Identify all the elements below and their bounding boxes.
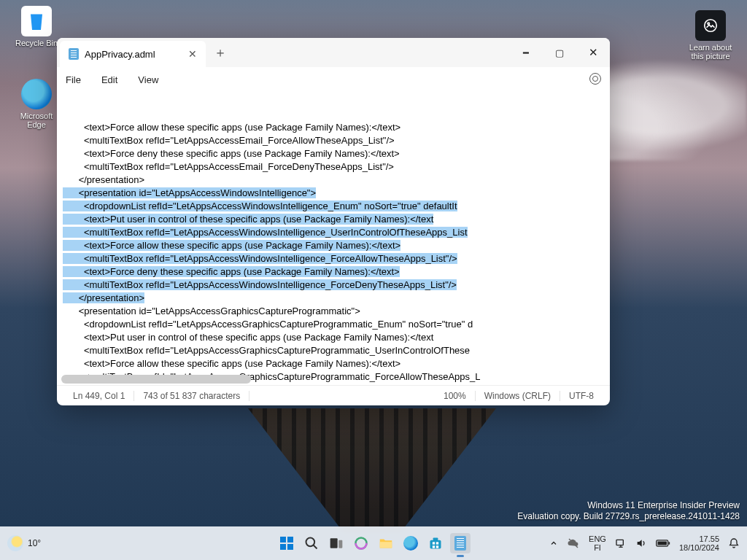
- maximize-button[interactable]: ▢: [543, 38, 576, 67]
- editor-line: <multiTextBox refId="LetAppsAccessEmail_…: [63, 160, 610, 174]
- editor-line: <text>Force allow these specific apps (u…: [63, 357, 610, 370]
- editor-line: </presentation>: [63, 292, 610, 305]
- close-tab-icon[interactable]: ✕: [188, 49, 197, 59]
- svg-rect-15: [436, 542, 438, 544]
- onedrive-icon[interactable]: [567, 537, 580, 550]
- svg-point-1: [708, 23, 710, 25]
- editor-line: <multiTextBox refId="LetAppsAccessWindow…: [63, 252, 610, 265]
- notepad-button[interactable]: [450, 533, 471, 553]
- desktop-icon-recycle-bin[interactable]: Recycle Bin: [9, 6, 64, 47]
- svg-point-6: [306, 538, 315, 547]
- picture-icon: [695, 10, 726, 41]
- volume-icon[interactable]: [635, 537, 647, 549]
- menubar: File Edit View: [57, 67, 610, 92]
- scrollbar-thumb[interactable]: [61, 375, 251, 384]
- editor-textarea[interactable]: <text>Force allow these specific apps (u…: [57, 92, 610, 385]
- svg-rect-4: [280, 544, 286, 550]
- editor-line: <presentation id="LetAppsAccessWindowsIn…: [63, 187, 610, 200]
- svg-rect-13: [433, 538, 438, 541]
- desktop-icon-edge[interactable]: MicrosoftEdge: [9, 79, 64, 129]
- svg-rect-5: [287, 544, 293, 550]
- edge-button[interactable]: [400, 533, 421, 553]
- task-view-button[interactable]: [326, 533, 347, 553]
- tray-language[interactable]: ENGFI: [589, 534, 606, 552]
- tray-chevron-icon[interactable]: [549, 539, 558, 548]
- editor-line: <text>Force allow these specific apps (u…: [63, 239, 610, 252]
- statusbar: Ln 449, Col 1 743 of 51 837 characters 1…: [57, 385, 610, 405]
- copilot-button[interactable]: [351, 533, 371, 553]
- desktop-icon-label: Learn aboutthis picture: [683, 43, 738, 61]
- status-encoding[interactable]: UTF-8: [560, 391, 603, 401]
- watermark: Windows 11 Enterprise Insider Preview Ev…: [517, 500, 740, 522]
- horizontal-scrollbar[interactable]: [61, 375, 605, 384]
- svg-rect-2: [280, 537, 286, 542]
- editor-line: <text>Put user in control of these speci…: [63, 331, 610, 344]
- svg-rect-14: [433, 542, 435, 544]
- wallpaper-pier: [248, 408, 496, 531]
- editor-line: <dropdownList refId="LetAppsAccessWindow…: [63, 200, 610, 213]
- editor-line: <multiTextBox refId="LetAppsAccessGraphi…: [63, 344, 610, 357]
- svg-rect-21: [657, 542, 667, 545]
- microsoft-store-button[interactable]: [425, 533, 446, 553]
- minimize-button[interactable]: ━: [509, 38, 543, 67]
- taskbar[interactable]: 10° ENGFI 17.5518/1: [0, 526, 747, 560]
- status-position: Ln 449, Col 1: [64, 391, 134, 401]
- search-button[interactable]: [301, 533, 322, 553]
- start-button[interactable]: [276, 533, 297, 553]
- svg-rect-12: [430, 540, 441, 549]
- status-zoom[interactable]: 100%: [435, 391, 476, 401]
- file-tab[interactable]: AppPrivacy.adml ✕: [60, 41, 206, 67]
- svg-rect-16: [433, 545, 435, 548]
- svg-rect-19: [616, 540, 623, 545]
- editor-line: <presentation id="LetAppsAccessGraphicsC…: [63, 305, 610, 318]
- file-explorer-button[interactable]: [376, 533, 396, 553]
- desktop-icon-label: MicrosoftEdge: [9, 112, 64, 129]
- tray-clock[interactable]: 17.5518/10/2024: [679, 534, 719, 552]
- editor-line: </presentation>: [63, 174, 610, 187]
- network-icon[interactable]: [615, 537, 627, 549]
- status-eol[interactable]: Windows (CRLF): [476, 391, 560, 401]
- battery-icon[interactable]: [656, 539, 670, 548]
- taskbar-weather[interactable]: 10°: [7, 535, 41, 551]
- editor-line: <text>Put user in control of these speci…: [63, 213, 610, 226]
- notepad-file-icon: [69, 48, 79, 60]
- editor-line: <text>Force deny these specific apps (us…: [63, 265, 610, 279]
- close-button[interactable]: ✕: [576, 38, 610, 67]
- notepad-window: AppPrivacy.adml ✕ ＋ ━ ▢ ✕ File Edit View…: [57, 38, 610, 405]
- titlebar[interactable]: AppPrivacy.adml ✕ ＋ ━ ▢ ✕: [57, 38, 610, 67]
- svg-rect-22: [668, 542, 670, 544]
- notifications-icon[interactable]: [728, 537, 740, 549]
- editor-line: <text>Force allow these specific apps (u…: [63, 121, 610, 134]
- editor-line: <multiTextBox refId="LetAppsAccessWindow…: [63, 226, 610, 239]
- svg-rect-11: [380, 542, 392, 548]
- svg-rect-7: [330, 538, 338, 548]
- tab-title: AppPrivacy.adml: [85, 49, 155, 60]
- menu-edit[interactable]: Edit: [101, 74, 117, 85]
- weather-icon: [7, 535, 23, 551]
- editor-line: <text>Force deny these specific apps (us…: [63, 384, 610, 385]
- editor-line: <multiTextBox refId="LetAppsAccessEmail_…: [63, 134, 610, 147]
- menu-view[interactable]: View: [138, 74, 158, 85]
- desktop-icon-learn-about-picture[interactable]: Learn aboutthis picture: [683, 10, 738, 61]
- desktop-icon-label: Recycle Bin: [9, 39, 64, 47]
- editor-line: <dropdownList refId="LetAppsAccessGraphi…: [63, 318, 610, 331]
- gear-icon: [589, 73, 601, 85]
- recycle-bin-icon: [21, 6, 52, 36]
- svg-rect-3: [287, 537, 293, 542]
- settings-button[interactable]: [589, 73, 601, 87]
- edge-icon: [21, 79, 52, 109]
- new-tab-button[interactable]: ＋: [206, 38, 235, 67]
- svg-rect-8: [338, 540, 342, 548]
- weather-temp: 10°: [28, 538, 41, 548]
- editor-line: <text>Force deny these specific apps (us…: [63, 147, 610, 160]
- menu-file[interactable]: File: [66, 74, 81, 85]
- svg-rect-17: [436, 545, 438, 548]
- status-chars: 743 of 51 837 characters: [134, 391, 249, 401]
- editor-line: <multiTextBox refId="LetAppsAccessWindow…: [63, 279, 610, 292]
